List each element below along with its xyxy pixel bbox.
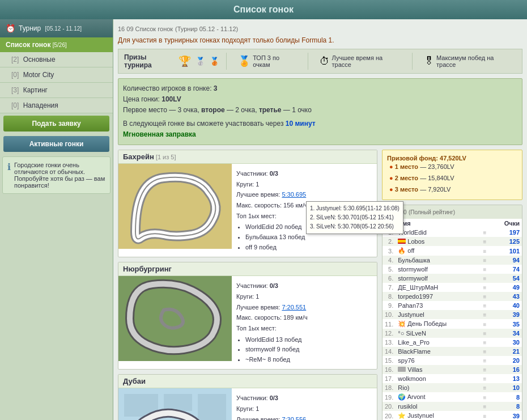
race-title: Нюрбургринг — [118, 262, 377, 276]
sidebar-item-main[interactable]: [2] Основные — [0, 52, 113, 67]
two-col-layout: Бахрейн [1 из 5] Участники: 0/3 Круги: 1… — [118, 150, 522, 420]
wait-info: В следующей гонке вы сможете участвовать… — [123, 118, 517, 129]
table-row[interactable]: 20. ⭐ Justynuel ≡ 39 — [382, 411, 522, 420]
page-header: Список гонок — [0, 0, 527, 19]
race-name: Нюрбургринг — [123, 265, 172, 273]
table-row[interactable]: 6. stormywolf ≡ 54 — [382, 274, 522, 283]
prize-pool-box: Призовой фонд: 47,520LV 1 место — 23,760… — [382, 150, 522, 200]
best-time-value[interactable]: 7:30.556 — [282, 416, 306, 420]
active-races-button[interactable]: Активные гонки — [3, 136, 109, 152]
table-row[interactable]: 11. 💥 День Победы ≡ 35 — [382, 319, 522, 329]
table-row[interactable]: 2. Lobos ≡ 125 — [382, 237, 522, 246]
table-row[interactable]: 15. spy76 ≡ 20 — [382, 356, 522, 365]
sidebar-main-label: Основные — [23, 56, 56, 63]
sidebar-main-count: [2] — [11, 56, 19, 63]
content-title: 16 09 Список гонок (Турнир 05.12 - 11.12… — [118, 24, 522, 33]
svg-rect-6 — [198, 394, 226, 420]
best-time-value[interactable]: 5:30.695 — [282, 191, 306, 198]
gold-trophy-icon: 🏆 — [178, 55, 191, 67]
max-wins-label: Максимум побед на трассе — [436, 54, 512, 68]
race-map — [118, 388, 232, 420]
best-time-info: Лучшее время: 7:20.551 — [236, 302, 372, 313]
top3-section: 🏅 ТОП 3 по очкам — [238, 54, 296, 68]
race-name: Дубаи — [123, 377, 146, 385]
sidebar-info: ℹ Городские гонки очень отличаются от об… — [2, 156, 110, 194]
table-row[interactable]: 13. Like_a_Pro ≡ 30 — [382, 338, 522, 347]
tournament-icon: ⏰ — [6, 24, 15, 33]
table-row[interactable]: 3. 🔥 off ≡ 101 — [382, 246, 522, 256]
col-pts: Очки — [490, 219, 522, 228]
laps-info: Круги: 1 — [236, 291, 372, 302]
race-card: Нюрбургринг Участники: 0/3 Круги: 1 Лучш… — [118, 262, 377, 370]
top-place-item: ~ReM~ 8 побед — [245, 355, 372, 365]
top-places-list: WorldEdid 13 победstormywolf 9 побед~ReM… — [236, 335, 372, 365]
sidebar-tournament[interactable]: ⏰ Турнир [05.12 - 11.12] — [0, 19, 113, 37]
prizes-bar: Призы турнира 🏆 🥈 🥉 🏅 ТОП 3 по очкам ⏱ Л… — [118, 49, 522, 74]
race-card: Дубаи Участники: 0/3 Круги: 1 Лучшее вре… — [118, 374, 377, 420]
sidebar-info-text: Городские гонки очень отличаются от обыч… — [14, 162, 105, 189]
price-info: Цена гонки: 100LV — [123, 94, 517, 105]
sidebar-raids-label: Нападения — [23, 101, 58, 109]
race-details: Участники: 0/3 Круги: 1 Лучшее время: 7:… — [232, 388, 377, 420]
points-info: Первое место — 3 очка, второе — 2 очка, … — [123, 105, 517, 116]
submit-button[interactable]: Подать заявку — [3, 116, 109, 131]
best-time-info: Лучшее время: 5:30.695 — [236, 189, 372, 200]
tooltip-line3: 3. SiLveN: 5:30.708(05-12 20:56) — [310, 222, 400, 231]
top-label: Топ 1ых мест: — [236, 323, 372, 334]
top3-label: ТОП 3 по очкам — [253, 54, 296, 68]
leaderboard: Призовой фонд: 47,520LV 1 место — 23,760… — [382, 150, 522, 420]
top-place-item: stormywolf 9 побед — [245, 345, 372, 355]
table-row[interactable]: 7. ДЕ_ШтурМаН ≡ 49 — [382, 283, 522, 292]
tooltip-line2: 2. SiLveN: 5:30.701(05-12 15:41) — [310, 213, 400, 222]
table-row[interactable]: 1. WorldEdid ≡ 197 — [382, 228, 522, 237]
bronze-trophy-icon: 🥉 — [210, 57, 219, 66]
sidebar-item-raids[interactable]: [0] Нападения — [0, 98, 113, 113]
refuel-info[interactable]: Мгновенная заправка — [123, 129, 517, 140]
top20-header: ТОП 20 (Полный рейтинг) — [382, 205, 522, 219]
table-row[interactable]: 20. rusiklol ≡ 8 — [382, 402, 522, 411]
top20-box: ТОП 20 (Полный рейтинг) Имя Очки 1. Worl — [382, 205, 522, 420]
table-row[interactable]: 19. 🌍 Arvont ≡ 8 — [382, 392, 522, 402]
race-title: Дубаи — [118, 375, 377, 388]
notice-text: Для участия в турнирных гонках подходят … — [118, 36, 522, 44]
laps-info: Круги: 1 — [236, 179, 372, 190]
sidebar-tournament-label: Турнир [05.12 - 11.12] — [19, 24, 82, 32]
participants-info: Участники: 0/3 — [236, 393, 372, 404]
table-row[interactable]: 9. Pahan73 ≡ 40 — [382, 301, 522, 310]
race-slot: [1 из 5] — [154, 154, 176, 160]
best-time-value[interactable]: 7:20.551 — [282, 304, 306, 311]
table-row[interactable]: 18. Rio) ≡ 10 — [382, 383, 522, 392]
max-wins-icon: 🎖 — [424, 56, 434, 67]
table-row[interactable]: 5. stormywolf ≡ 74 — [382, 265, 522, 274]
table-row[interactable]: 14. BlackFlame ≡ 21 — [382, 347, 522, 356]
best-time-section: ⏱ Лучшее время на трассе — [320, 54, 401, 68]
prizes-label: Призы турнира — [124, 53, 174, 69]
race-map — [118, 276, 232, 361]
tooltip-line1: 1. Justynuel: 5:30.695(11-12 16:08) — [310, 204, 400, 213]
sidebar-race-list[interactable]: Список гонок [5/26] — [0, 37, 113, 52]
top-place-item: WorldEdid 13 побед — [245, 335, 372, 345]
sidebar-karting-label: Картинг — [23, 86, 48, 94]
sidebar-item-karting[interactable]: [3] Картинг — [0, 83, 113, 98]
best-time-icon: ⏱ — [320, 56, 330, 67]
sidebar-raids-count: [0] — [11, 101, 19, 109]
table-row[interactable]: 16. Villas ≡ 16 — [382, 365, 522, 374]
table-row[interactable]: 17. wolkmoon ≡ 13 — [382, 374, 522, 383]
table-row[interactable]: 8. torpedo1997 ≡ 43 — [382, 292, 522, 301]
table-row[interactable]: 12. °○ SiLveN ≡ 34 — [382, 329, 522, 338]
col-name: Имя — [396, 219, 481, 228]
sidebar-item-motor-city[interactable]: [0] Motor City — [0, 67, 113, 83]
max-speed-info: Макс. скорость: 189 км/ч — [236, 312, 372, 323]
info-icon: ℹ — [7, 162, 11, 189]
sidebar-motor-count: [0] — [11, 71, 19, 79]
table-row[interactable]: 10. Justynuel ≡ 39 — [382, 310, 522, 319]
silver-trophy-icon: 🥈 — [196, 57, 205, 66]
best-time-info: Лучшее время: 7:30.556 — [236, 414, 372, 420]
participants-info: Участники: 0/3 — [236, 281, 372, 291]
sidebar-karting-count: [3] — [11, 86, 19, 94]
header-title: Список гонок — [233, 5, 294, 14]
top20-table: Имя Очки 1. WorldEdid ≡ 1972. Lobos ≡ 12… — [382, 219, 522, 420]
participants-info: Участники: 0/3 — [236, 168, 372, 179]
race-details: Участники: 0/3 Круги: 1 Лучшее время: 7:… — [232, 276, 377, 369]
table-row[interactable]: 4. Бульбашка ≡ 94 — [382, 256, 522, 265]
